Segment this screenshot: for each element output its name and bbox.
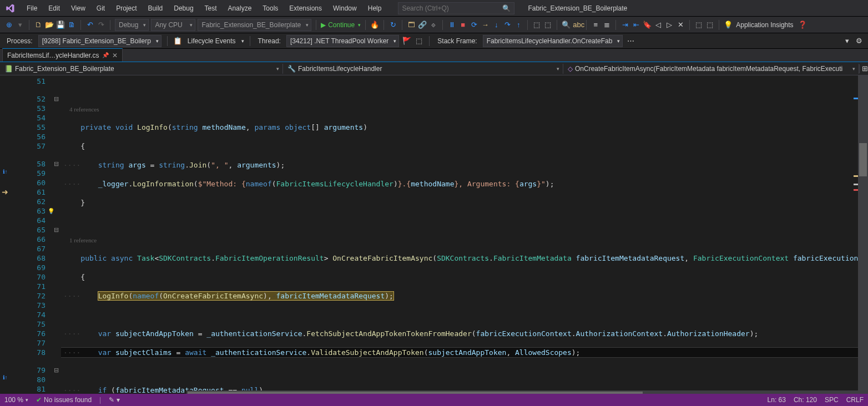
menu-edit[interactable]: Edit [43,2,65,14]
line-number: 69 [10,263,46,272]
prev-bookmark-icon[interactable]: ◁ [654,21,663,29]
browser-icon[interactable]: 🗔 [407,21,416,29]
nav-class-dropdown[interactable]: 🔧 FabricItemsLifecycleHandler [283,64,563,74]
nav-project-dropdown[interactable]: 📗 Fabric_Extension_BE_Boilerplate [0,64,283,74]
vertical-scrollbar[interactable] [858,75,868,404]
solution-platform-dropdown[interactable]: Any CPU [151,19,195,31]
step-over-icon[interactable]: ↷ [503,21,512,29]
menu-help[interactable]: Help [362,2,387,14]
pin-icon[interactable]: 📌 [102,52,109,58]
step-into-icon[interactable]: ↓ [492,21,501,29]
show-next-icon[interactable]: → [481,21,489,29]
code-content[interactable]: 4 references private void LogInfo(string… [61,75,868,404]
fold-toggle[interactable]: ⊟ [51,94,61,104]
clear-bookmarks-icon[interactable]: ✕ [676,21,685,29]
step-out-icon[interactable]: ↑ [514,21,523,29]
tool-icon-2[interactable]: ⬚ [543,21,552,29]
continue-label: Continue [328,21,355,29]
comment-icon[interactable]: ≡ [591,21,600,29]
toolbar-chevron-icon[interactable]: ▾ [842,37,851,45]
info-glyph-icon[interactable]: ℹ↑ [0,169,10,178]
replace-icon[interactable]: abc [573,21,582,29]
outdent-icon[interactable]: ⇤ [632,21,640,29]
tool-icon-4[interactable]: ⬚ [705,21,714,29]
help-icon[interactable]: ❓ [798,21,807,29]
undo-icon[interactable]: ↶ [85,21,94,29]
lightbulb-hint-icon[interactable]: 💡 [48,206,54,216]
menu-project[interactable]: Project [110,2,142,14]
browser-link-icon[interactable]: 🔗 [418,21,427,29]
info-glyph-icon-2[interactable]: ℹ↑ [0,374,10,384]
new-item-icon[interactable]: 🗋 [34,21,43,29]
codelens-refs[interactable]: 1 reference [61,236,868,244]
line-number: 81 [10,384,46,394]
startup-project-dropdown[interactable]: Fabric_Extension_BE_Boilerplate [198,19,311,31]
save-all-icon[interactable]: 🗎 [67,21,76,29]
codelens-refs[interactable]: 4 references [61,105,868,113]
line-number: 56 [10,132,46,141]
fold-toggle[interactable]: ⊟ [51,159,61,169]
search-icon: 🔍 [502,4,511,12]
indent-mode[interactable]: SPC [825,396,839,404]
stop-icon[interactable]: ■ [458,21,467,29]
menu-build[interactable]: Build [143,2,169,14]
line-number: 73 [10,301,46,310]
close-tab-icon[interactable]: ✕ [112,52,118,59]
find-icon[interactable]: 🔍 [562,21,571,29]
bookmark-icon[interactable]: 🔖 [643,21,652,29]
menu-git[interactable]: Git [91,2,110,14]
menu-test[interactable]: Test [199,2,223,14]
tool-icon-1[interactable]: ⬚ [532,21,541,29]
overflow-icon[interactable]: ⋯ [626,37,635,45]
menu-extensions[interactable]: Extensions [284,2,327,14]
lifecycle-icon[interactable]: 📋 [173,37,182,45]
split-icon[interactable]: ⊞ [859,64,868,73]
hot-reload-icon[interactable]: 🔥 [370,21,379,29]
menu-window[interactable]: Window [327,2,362,14]
pause-icon[interactable]: ⏸ [447,21,456,29]
issues-status[interactable]: ✔ No issues found [36,396,92,404]
menu-analyze[interactable]: Analyze [223,2,258,14]
restart-debug-icon[interactable]: ⟳ [470,21,478,29]
nav-method-dropdown[interactable]: ◇ OnCreateFabricItemAsync(FabricItemMeta… [563,64,859,74]
solution-config-dropdown[interactable]: Debug [115,19,149,31]
pen-icon[interactable]: ✎ ▾ [109,396,119,404]
stackframe-label: Stack Frame: [437,37,477,45]
continue-button[interactable]: ▶Continue▾ [321,21,361,29]
scrollbar-thumb[interactable] [859,143,867,176]
zoom-level[interactable]: 100 % ▾ [4,396,28,404]
indent-icon[interactable]: ⇥ [620,21,629,29]
menu-file[interactable]: File [21,2,43,14]
lightbulb-icon[interactable]: 💡 [724,21,733,29]
editor-tab[interactable]: FabricItemsLif…ycleHandler.cs 📌 ✕ [2,48,123,62]
save-icon[interactable]: 💾 [56,21,65,29]
nav-method-label: OnCreateFabricItemAsync(FabricItemMetada… [575,65,842,73]
menubar: File Edit View Git Project Build Debug T… [0,0,868,17]
gear-icon[interactable]: ⚙ [855,37,864,45]
menu-debug[interactable]: Debug [168,2,199,14]
fold-toggle[interactable]: ⊟ [51,366,61,375]
fold-toggle[interactable]: ⊟ [51,225,61,235]
menu-view[interactable]: View [65,2,91,14]
open-icon[interactable]: 📂 [45,21,54,29]
nav-fwd-icon[interactable]: ▾ [16,21,24,29]
search-box[interactable]: 🔍 [398,2,514,14]
redo-icon[interactable]: ↷ [97,21,105,29]
app-insights-button[interactable]: Application Insights [736,21,793,29]
uncomment-icon[interactable]: ≣ [602,21,611,29]
method-icon: ◇ [568,65,573,73]
menu-tools[interactable]: Tools [257,2,284,14]
search-input[interactable] [402,4,502,12]
script-debug-icon[interactable]: ⟐ [429,21,438,29]
restart-icon[interactable]: ↻ [388,21,397,29]
nav-back-icon[interactable]: ⊕ [4,21,13,29]
thread-dropdown[interactable]: [34212] .NET ThreadPool Worker [286,35,399,47]
stackframe-dropdown[interactable]: FabricItemsLifecycleHandler.OnCreateFab [483,35,623,47]
threads-icon[interactable]: ⬚ [415,37,423,45]
process-dropdown[interactable]: [9288] Fabric_Extension_BE_Boilerp [38,35,162,47]
line-number: 62 [10,197,46,206]
next-bookmark-icon[interactable]: ▷ [665,21,674,29]
tool-icon-3[interactable]: ⬚ [694,21,703,29]
line-ending[interactable]: CRLF [846,396,864,404]
flag-icon[interactable]: 🚩 [402,37,411,45]
